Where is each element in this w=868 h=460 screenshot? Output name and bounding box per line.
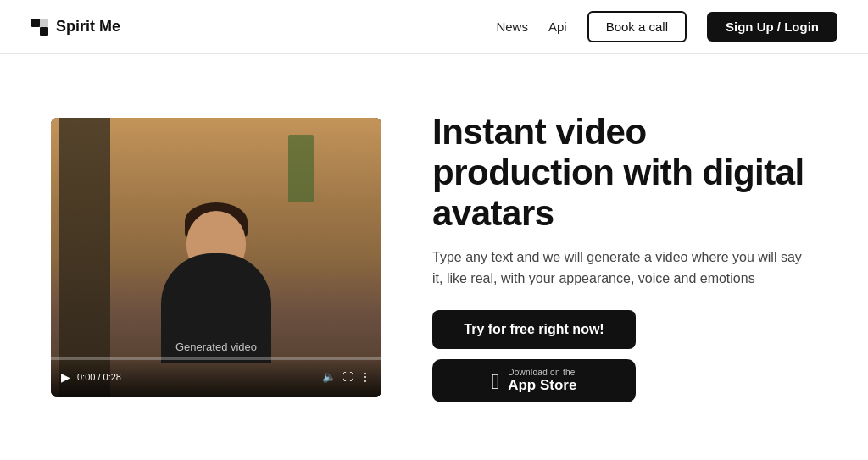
- appstore-text-group: Download on the App Store: [508, 368, 576, 394]
- nav-link-news[interactable]: News: [496, 19, 528, 34]
- appstore-title: App Store: [508, 377, 576, 394]
- svg-rect-2: [40, 19, 48, 27]
- appstore-subtitle: Download on the: [508, 368, 576, 377]
- more-options-icon[interactable]: ⋮: [359, 370, 371, 384]
- nav-link-api[interactable]: Api: [548, 19, 567, 34]
- signup-button[interactable]: Sign Up / Login: [707, 12, 837, 42]
- hero-subtext: Type any text and we will generate a vid…: [432, 247, 805, 290]
- volume-icon[interactable]: 🔈: [322, 370, 336, 383]
- main-content: Generated video ▶ 0:00 / 0:28 🔈 ⛶ ⋮ Inst…: [0, 54, 868, 460]
- cta-buttons: Try for free right now!  Download on th…: [432, 310, 817, 402]
- book-call-button[interactable]: Book a call: [587, 11, 687, 42]
- video-time: 0:00 / 0:28: [77, 372, 315, 382]
- hero-right: Instant video production with digital av…: [432, 112, 817, 403]
- fullscreen-icon[interactable]: ⛶: [342, 371, 353, 383]
- person-figure: [131, 177, 301, 363]
- video-controls: ▶ 0:00 / 0:28 🔈 ⛶ ⋮: [51, 357, 381, 397]
- video-player[interactable]: Generated video ▶ 0:00 / 0:28 🔈 ⛶ ⋮: [51, 118, 381, 397]
- video-thumbnail: [51, 118, 381, 397]
- logo-icon: [31, 18, 49, 36]
- logo-text: Spirit Me: [56, 18, 120, 36]
- play-button[interactable]: ▶: [61, 370, 70, 384]
- svg-rect-1: [40, 27, 48, 36]
- navbar: Spirit Me News Api Book a call Sign Up /…: [0, 0, 868, 54]
- nav-links: News Api Book a call Sign Up / Login: [496, 11, 837, 42]
- bg-panel-left: [59, 118, 110, 397]
- apple-icon: : [492, 370, 500, 392]
- app-store-button[interactable]:  Download on the App Store: [432, 359, 636, 402]
- hero-headline: Instant video production with digital av…: [432, 112, 817, 235]
- logo[interactable]: Spirit Me: [31, 18, 120, 36]
- try-free-button[interactable]: Try for free right now!: [432, 310, 636, 349]
- svg-rect-0: [31, 19, 40, 27]
- video-label: Generated video: [175, 341, 257, 353]
